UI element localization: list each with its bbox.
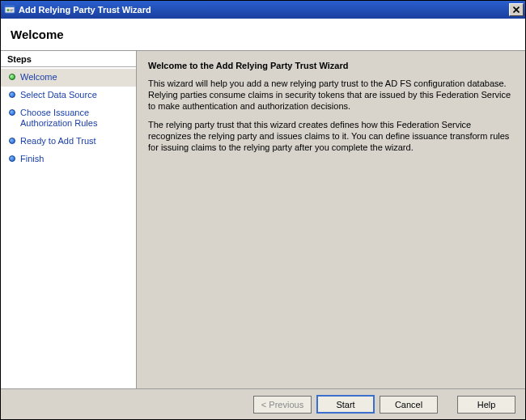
content-paragraph-1: This wizard will help you add a new rely… — [148, 78, 514, 112]
content-title: Welcome to the Add Relying Party Trust W… — [148, 61, 514, 70]
step-finish[interactable]: Finish — [1, 151, 136, 168]
start-button[interactable]: Start — [316, 395, 375, 414]
page-title: Welcome — [11, 28, 64, 41]
app-icon — [4, 4, 15, 15]
close-button[interactable] — [509, 3, 524, 16]
bullet-icon — [9, 109, 15, 116]
wizard-window: Add Relying Party Trust Wizard Welcome S… — [0, 0, 526, 420]
step-choose-issuance-rules[interactable]: Choose Issuance Authorization Rules — [1, 104, 136, 134]
step-ready-to-add-trust[interactable]: Ready to Add Trust — [1, 133, 136, 151]
steps-sidebar: Steps Welcome Select Data Source Choose … — [1, 51, 137, 388]
step-select-data-source[interactable]: Select Data Source — [1, 87, 136, 104]
wizard-header: Welcome — [1, 19, 525, 51]
bullet-icon — [9, 91, 15, 98]
wizard-footer: < Previous Start Cancel Help — [1, 388, 525, 419]
step-label: Finish — [20, 154, 129, 165]
titlebar-left: Add Relying Party Trust Wizard — [4, 4, 151, 15]
wizard-body: Steps Welcome Select Data Source Choose … — [1, 51, 525, 388]
steps-heading: Steps — [1, 51, 136, 67]
bullet-icon — [9, 138, 15, 144]
content-panel: Welcome to the Add Relying Party Trust W… — [137, 51, 525, 388]
svg-point-2 — [7, 9, 10, 11]
titlebar: Add Relying Party Trust Wizard — [1, 1, 525, 19]
svg-rect-3 — [11, 10, 14, 11]
steps-list: Welcome Select Data Source Choose Issuan… — [1, 67, 136, 388]
bullet-current-icon — [9, 74, 15, 80]
step-label: Choose Issuance Authorization Rules — [20, 108, 129, 130]
svg-rect-4 — [11, 11, 13, 11]
cancel-button[interactable]: Cancel — [380, 396, 438, 414]
step-label: Ready to Add Trust — [20, 136, 129, 147]
help-button[interactable]: Help — [457, 396, 515, 414]
content-paragraph-2: The relying party trust that this wizard… — [148, 120, 514, 153]
svg-rect-1 — [5, 6, 15, 7]
step-label: Welcome — [20, 72, 129, 83]
close-icon — [513, 6, 520, 13]
step-welcome[interactable]: Welcome — [1, 69, 136, 87]
window-title: Add Relying Party Trust Wizard — [19, 5, 151, 15]
step-label: Select Data Source — [20, 90, 129, 101]
previous-button: < Previous — [253, 396, 312, 414]
bullet-icon — [9, 155, 15, 162]
